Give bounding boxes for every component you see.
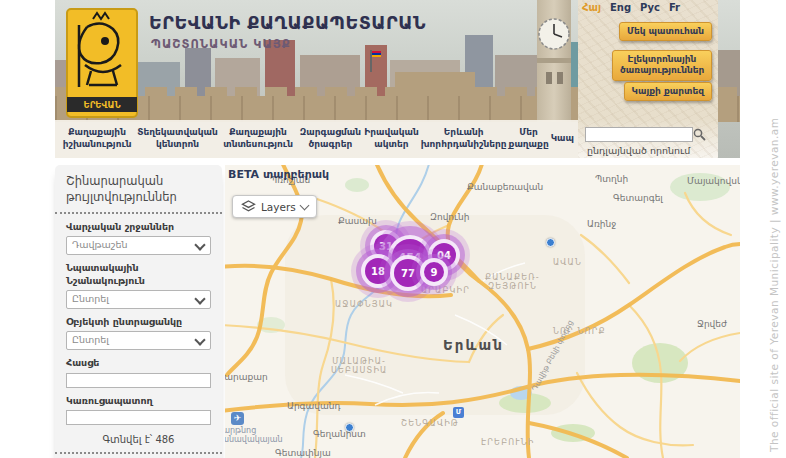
field-label: Նպատակային Նշանակություն — [66, 262, 211, 287]
airport-icon: ✈ — [231, 412, 244, 425]
dotted-divider — [55, 452, 222, 454]
field-label: Օբյեկտի ընտրացանկը — [66, 316, 211, 328]
nav-item[interactable]: Քաղաքային իշխանություն — [59, 127, 135, 150]
site-watermark: The official site of Yerevan Municipalit… — [768, 52, 780, 452]
language-option[interactable]: Eng — [610, 2, 631, 13]
armenian-flag-icon — [370, 50, 380, 72]
dotted-divider — [55, 212, 222, 214]
chevron-down-icon — [194, 240, 205, 251]
map-point-marker[interactable] — [345, 423, 354, 432]
header-banner: ՀայEngРусFr Մեկ պատուհանԷլեկտրոնային ծառ… — [55, 0, 740, 158]
select-value: Դավթաշեն — [72, 239, 127, 250]
logo-caption: ԵՐԵՎԱՆ — [83, 100, 120, 110]
layers-control[interactable]: Layers — [232, 195, 317, 218]
advanced-search-link[interactable]: ընդլայնված որոնում — [587, 145, 690, 156]
airport-label: Զվարթնոցօդանավակայան — [225, 426, 283, 444]
cluster-marker[interactable]: 77 — [394, 259, 422, 287]
nav-item[interactable]: Մեր քաղաքը — [509, 127, 549, 150]
select-value: Ընտրել — [72, 334, 109, 345]
quick-button[interactable]: Կայքի քարտեզ — [624, 82, 712, 101]
field-label: Կառուցապատող — [66, 395, 211, 407]
select-field[interactable]: Ընտրել — [66, 331, 211, 350]
content-area: ՀայEngРусFr Մեկ պատուհանԷլեկտրոնային ծառ… — [55, 0, 740, 458]
airport-label-line: Զվարթնոց — [225, 426, 283, 435]
layers-label: Layers — [261, 201, 296, 213]
language-option[interactable]: Fr — [669, 2, 680, 13]
map[interactable]: BETA տարբերակ Layers ՊռոշյանՔասախԶովունի… — [225, 165, 740, 458]
beta-version-label: BETA տարբերակ — [228, 168, 329, 181]
text-field[interactable] — [66, 373, 211, 388]
filter-form: Վարչական շրջաններԴավթաշենՆպատակային Նշան… — [66, 221, 211, 425]
language-option[interactable]: Հայ — [582, 2, 601, 13]
search-input[interactable] — [585, 127, 693, 142]
field-label: Վարչական շրջաններ — [66, 221, 211, 233]
select-field[interactable]: Ընտրել — [66, 290, 211, 309]
field-label: Հասցե — [66, 357, 211, 369]
site-subtitle: ՊԱՇՏՈՆԱԿԱՆ ԿԱՅՔ — [151, 37, 291, 51]
airport-label-line: օդանավակայան — [225, 435, 283, 444]
quick-button[interactable]: Էլեկտրոնային ծառայություններ — [612, 50, 712, 81]
text-field[interactable] — [66, 410, 211, 425]
nav-item[interactable]: Իրավական ակտեր — [364, 127, 418, 150]
panel-title: Շինարարական թույլտվություններ — [66, 174, 211, 205]
nav-item[interactable]: Կապ — [551, 133, 574, 145]
chevron-down-icon — [299, 200, 309, 210]
site-title: ԵՐԵՎԱՆԻ ՔԱՂԱՔԱՊԵՏԱՐԱՆ — [149, 13, 426, 33]
cluster-marker[interactable]: 9 — [424, 262, 444, 282]
nav-item[interactable]: Երևանի խորհրդանիշները — [421, 127, 507, 150]
main-navigation: Քաղաքային իշխանությունՏեղեկատվական կենտր… — [55, 120, 578, 158]
nav-item[interactable]: Քաղաքային տնտեսություն — [220, 127, 297, 150]
nav-item[interactable]: Զարգացման ծրագրեր — [299, 127, 363, 150]
map-point-marker[interactable] — [546, 238, 555, 247]
yerevan-coat-of-arms-logo[interactable]: ԵՐԵՎԱՆ — [65, 7, 139, 119]
select-field[interactable]: Դավթաշեն — [66, 236, 211, 255]
cluster-marker[interactable]: 18 — [365, 258, 391, 284]
chevron-down-icon — [194, 335, 205, 346]
clock-tower — [532, 0, 576, 122]
chevron-down-icon — [194, 293, 205, 304]
page: ՀայEngРусFr Մեկ պատուհանԷլեկտրոնային ծառ… — [0, 0, 786, 458]
metro-icon: Մ — [453, 407, 464, 418]
layers-icon — [241, 200, 256, 213]
language-option[interactable]: Рус — [640, 2, 660, 13]
nav-item[interactable]: Տեղեկատվական կենտրոն — [137, 127, 217, 150]
language-switcher: ՀայEngРусFr — [582, 2, 680, 13]
quick-button[interactable]: Մեկ պատուհան — [619, 22, 712, 41]
results-count-link[interactable]: Գտնվել է՝ 486 — [66, 434, 211, 445]
select-value: Ընտրել — [72, 293, 109, 304]
search-icon[interactable] — [693, 128, 706, 141]
filter-panel: Շինարարական թույլտվություններ Վարչական շ… — [55, 165, 222, 458]
